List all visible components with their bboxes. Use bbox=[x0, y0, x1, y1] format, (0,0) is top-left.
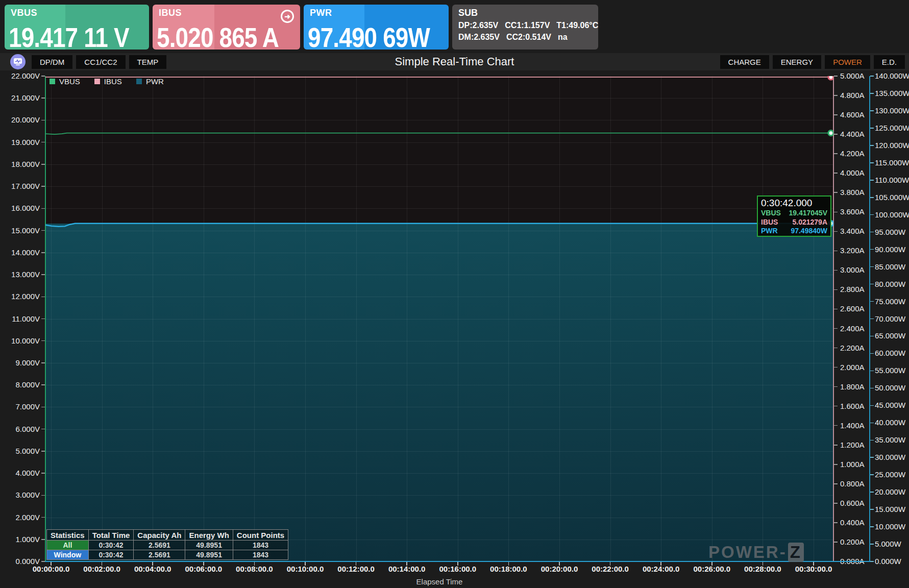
chart-app-icon[interactable] bbox=[10, 54, 26, 69]
voltage-tick-label: 5.000V bbox=[0, 447, 40, 456]
current-tick-label: 4.800A bbox=[840, 91, 876, 100]
stats-cell: 49.8951 bbox=[185, 550, 233, 560]
tooltip-series-value: 5.021279A bbox=[792, 218, 827, 227]
stats-header: Statistics bbox=[47, 530, 89, 541]
tab-temp[interactable]: TEMP bbox=[129, 55, 167, 69]
voltage-tick bbox=[41, 539, 45, 540]
current-tick bbox=[834, 425, 838, 426]
current-tick-label: 3.800A bbox=[840, 188, 876, 197]
tab-energy[interactable]: ENERGY bbox=[773, 55, 821, 69]
power-tick-label: 90.000W bbox=[875, 245, 909, 254]
current-tick-label: 4.400A bbox=[840, 130, 876, 139]
current-tick bbox=[834, 173, 838, 174]
voltage-tick bbox=[41, 297, 45, 298]
power-tick-label: 5.000W bbox=[875, 540, 909, 549]
voltage-tick-label: 14.000V bbox=[0, 248, 40, 257]
tab-charge[interactable]: CHARGE bbox=[720, 55, 769, 69]
power-tick-label: 45.000W bbox=[875, 401, 909, 410]
power-tick bbox=[870, 336, 874, 337]
current-tick bbox=[834, 153, 838, 154]
left-tab-group: DP/DMCC1/CC2TEMP bbox=[32, 55, 166, 69]
power-tick-label: 55.000W bbox=[875, 366, 909, 375]
voltage-tick bbox=[41, 186, 45, 187]
current-tick-label: 2.200A bbox=[840, 344, 876, 353]
current-tick bbox=[834, 542, 838, 543]
legend-label: VBUS bbox=[59, 77, 80, 86]
current-tick-label: 1.000A bbox=[840, 460, 876, 469]
x-tick-label: 00:00:00.0 bbox=[33, 565, 70, 573]
power-tick-label: 10.000W bbox=[875, 522, 909, 531]
sub-value: DM:2.635V bbox=[458, 33, 500, 42]
sub-value: DP:2.635V bbox=[458, 21, 498, 30]
current-tick bbox=[834, 367, 838, 368]
pwr-tile[interactable]: PWR 97.490 69W bbox=[304, 5, 449, 50]
power-tick-label: 120.000W bbox=[875, 141, 909, 150]
pwr-line bbox=[45, 224, 833, 227]
pwr-tile-label: PWR bbox=[310, 8, 332, 18]
current-tick-label: 3.200A bbox=[840, 246, 876, 255]
ibus-tile-label: IBUS bbox=[159, 8, 182, 18]
x-tick-label: 00:28:00.0 bbox=[744, 565, 781, 573]
power-tick bbox=[870, 249, 874, 250]
legend-item-ibus[interactable]: IBUS bbox=[94, 77, 122, 86]
statistics-table: StatisticsTotal TimeCapacity AhEnergy Wh… bbox=[46, 529, 288, 560]
voltage-tick-label: 19.000V bbox=[0, 138, 40, 147]
current-tick bbox=[834, 464, 838, 465]
power-tick-label: 35.000W bbox=[875, 435, 909, 445]
power-tick bbox=[870, 197, 874, 198]
current-tick-label: 0.400A bbox=[840, 518, 876, 527]
current-tick bbox=[834, 95, 838, 96]
pwr-tile-value: 97.490 69W bbox=[308, 21, 430, 53]
sub-value: T1:49.06°C bbox=[556, 21, 598, 30]
tab-e-d-[interactable]: E.D. bbox=[874, 55, 905, 69]
power-tick bbox=[870, 457, 874, 458]
current-tick bbox=[834, 192, 838, 193]
power-tick bbox=[870, 440, 874, 441]
vbus-tile-value: 19.417 11 V bbox=[9, 21, 129, 53]
legend-item-pwr[interactable]: PWR bbox=[136, 77, 164, 86]
power-tick-label: 70.000W bbox=[875, 314, 909, 324]
tab-cc1-cc2[interactable]: CC1/CC2 bbox=[76, 55, 125, 69]
x-tick-label: 00:12:00.0 bbox=[337, 565, 375, 573]
vbus-tile[interactable]: VBUS 19.417 11 V bbox=[5, 5, 149, 50]
voltage-tick bbox=[41, 451, 45, 452]
current-tick bbox=[834, 309, 838, 310]
voltage-tick-label: 2.000V bbox=[0, 513, 40, 522]
sub-tile[interactable]: SUB DP:2.635VCC1:1.157VT1:49.06°C DM:2.6… bbox=[452, 5, 598, 50]
voltage-tick-label: 21.000V bbox=[0, 93, 40, 103]
current-tick-label: 1.200A bbox=[840, 440, 876, 450]
current-tick bbox=[834, 76, 838, 77]
power-tick bbox=[870, 353, 874, 354]
ibus-legend-swatch bbox=[94, 79, 100, 84]
x-tick-label: 00:14:00.0 bbox=[388, 565, 426, 573]
current-tick bbox=[834, 348, 838, 349]
ibus-tile[interactable]: IBUS ➜ 5.020 865 A bbox=[153, 5, 300, 50]
current-tick bbox=[834, 386, 838, 387]
power-tick-label: 110.000W bbox=[875, 176, 909, 185]
voltage-tick-label: 20.000V bbox=[0, 115, 40, 125]
voltage-tick bbox=[41, 120, 45, 121]
stats-row-name[interactable]: Window bbox=[47, 550, 89, 560]
sub-value: CC2:0.514V bbox=[506, 33, 551, 42]
current-tick-label: 0.800A bbox=[840, 479, 876, 488]
tooltip-series-label: PWR bbox=[761, 227, 778, 236]
legend-item-vbus[interactable]: VBUS bbox=[50, 77, 80, 86]
power-tick-label: 75.000W bbox=[875, 297, 909, 306]
chart-glyph bbox=[13, 58, 22, 66]
voltage-tick bbox=[41, 495, 45, 496]
power-tick-label: 105.000W bbox=[875, 193, 909, 202]
power-axis-line bbox=[869, 76, 870, 561]
power-tick bbox=[870, 214, 874, 215]
stats-row-name[interactable]: All bbox=[47, 541, 89, 550]
app-window: VBUS 19.417 11 V IBUS ➜ 5.020 865 A PWR … bbox=[0, 0, 909, 588]
arrow-right-icon[interactable]: ➜ bbox=[281, 10, 294, 23]
current-tick bbox=[834, 406, 838, 407]
tab-power[interactable]: POWER bbox=[825, 55, 870, 69]
voltage-tick-label: 3.000V bbox=[0, 491, 40, 500]
right-tab-group: CHARGEENERGYPOWERE.D. bbox=[720, 55, 905, 69]
power-tick bbox=[870, 561, 874, 562]
current-tick bbox=[834, 445, 838, 446]
tab-dp-dm[interactable]: DP/DM bbox=[32, 55, 72, 69]
power-tick-label: 135.000W bbox=[875, 89, 909, 98]
tooltip-series-value: 97.49840W bbox=[791, 227, 827, 236]
